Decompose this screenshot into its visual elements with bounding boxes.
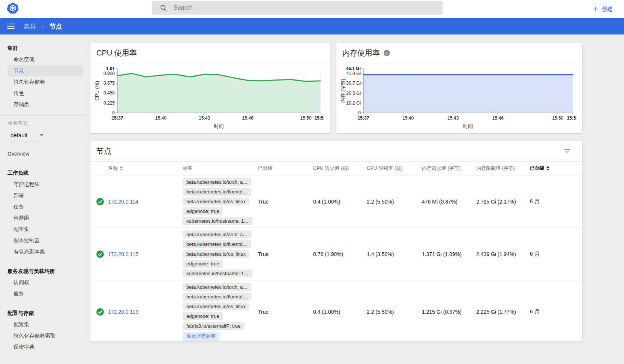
cpu-chart-plot: 00.2250.4500.6750.9001.0115:3715:4015:43… <box>93 64 324 132</box>
nodes-card-header: 节点 <box>90 141 582 161</box>
label-chip: beta.kubernetes.io/os: linux <box>183 303 249 310</box>
node-name-link[interactable]: 172.20.0.115 <box>108 251 183 257</box>
cpu-limits: 2.2 (5.50%) <box>367 199 422 205</box>
cpu-usage-card: CPU 使用率 00.2250.4500.6750.9001.0115:3715… <box>90 43 330 133</box>
search-input[interactable] <box>174 4 442 11</box>
column-header-7[interactable]: 已创建 <box>530 165 582 172</box>
node-age: 6 月 <box>530 251 582 258</box>
column-header-4[interactable]: CPU 限制值 (核) <box>367 165 422 172</box>
cpu-limits: 1.4 (3.50%) <box>367 251 422 257</box>
breadcrumb-current: 节点 <box>49 23 62 30</box>
svg-text:0.675: 0.675 <box>104 81 115 86</box>
kubernetes-logo-icon <box>7 2 19 14</box>
svg-text:15:43: 15:43 <box>199 115 210 121</box>
node-name-link[interactable]: 172.20.0.114 <box>108 199 183 205</box>
sidebar-item-9[interactable]: Overview <box>0 148 86 159</box>
label-chip: beta.kubernetes.io/arch: a… <box>183 231 251 238</box>
memory-usage-card: 内存使用率 i 010.2 Gi20.5 Gi30.7 Gi41.0 Gi46.… <box>336 43 582 133</box>
namespace-dropdown[interactable]: default <box>10 129 45 141</box>
sidebar-item-17[interactable]: 有状态副本集 <box>8 246 83 258</box>
sidebar-item-13[interactable]: 任务 <box>8 201 83 213</box>
label-chip: beta.kubernetes.io/fluentd… <box>183 188 251 196</box>
svg-text:15:46: 15:46 <box>242 115 254 121</box>
sidebar-item-15[interactable]: 副本集 <box>8 224 83 235</box>
column-header-3[interactable]: CPU 请求值 (核) <box>313 165 367 172</box>
namespace-selector-label: 命名空间 <box>0 119 86 128</box>
memory-card-title: 内存使用率 <box>342 48 380 58</box>
create-button[interactable]: + 创建 <box>593 0 613 18</box>
node-labels: beta.kubernetes.io/arch: a…beta.kubernet… <box>183 280 258 342</box>
menu-icon[interactable] <box>7 24 15 29</box>
svg-text:20.5 Gi: 20.5 Gi <box>346 91 361 96</box>
column-header-label: CPU 限制值 (核) <box>367 165 402 172</box>
status-ok-icon <box>96 198 104 205</box>
namespace-dropdown-value: default <box>10 132 27 138</box>
label-chip: edgenode: true <box>183 207 223 215</box>
sidebar-item-3[interactable]: 持久化存储卷 <box>8 76 83 88</box>
column-header-label: CPU 请求值 (核) <box>313 165 349 172</box>
label-chip: edgenode: true <box>183 312 223 320</box>
sidebar-section-header: 工作负载 <box>0 168 86 179</box>
chevron-down-icon <box>40 134 44 136</box>
sidebar-section-header: 服务发现与负载均衡 <box>0 266 86 277</box>
svg-text:15:50: 15:50 <box>300 115 312 121</box>
label-chip: beta.kubernetes.io/fluentd… <box>183 240 251 248</box>
sidebar-item-16[interactable]: 副本控制器 <box>8 235 83 246</box>
svg-text:46.1 Gi: 46.1 Gi <box>346 66 361 71</box>
node-age: 6 月 <box>530 309 582 315</box>
sidebar-item-4[interactable]: 角色 <box>8 88 83 99</box>
column-header-label: 标签 <box>183 165 192 172</box>
label-chip: kubernetes.io/hostname: 1… <box>183 270 252 277</box>
info-icon[interactable]: i <box>384 50 390 56</box>
node-labels: beta.kubernetes.io/arch: a…beta.kubernet… <box>183 228 258 280</box>
sidebar-item-24[interactable]: 保密字典 <box>8 342 83 353</box>
sidebar-item-1[interactable]: 命名空间 <box>8 54 83 65</box>
table-body: 172.20.0.114beta.kubernetes.io/arch: a…b… <box>90 175 582 342</box>
svg-text:15:51: 15:51 <box>315 115 324 121</box>
column-header-label: 名称 <box>108 165 118 172</box>
sidebar-item-14[interactable]: 容器组 <box>8 213 83 224</box>
sidebar-item-12[interactable]: 部署 <box>8 190 83 201</box>
search-bar <box>152 1 442 15</box>
breadcrumb-parent[interactable]: 集群 <box>24 23 36 30</box>
filter-icon[interactable] <box>564 148 570 154</box>
sidebar-section-header: 配置与存储 <box>0 308 86 319</box>
column-header-5[interactable]: 内存请求值 (字节) <box>422 165 476 172</box>
svg-text:0: 0 <box>112 110 115 115</box>
app-bar: 集群 › 节点 <box>0 18 624 34</box>
node-name-link[interactable]: 172.20.0.113 <box>108 309 183 315</box>
node-ready: True <box>258 309 313 315</box>
sidebar-item-11[interactable]: 守护进程集 <box>8 179 83 190</box>
svg-text:1.01: 1.01 <box>106 66 115 71</box>
label-chip: beta.kubernetes.io/os: linux <box>183 198 249 205</box>
sidebar-item-5[interactable]: 存储类 <box>8 99 83 110</box>
status-ok-icon <box>96 308 104 316</box>
label-chip: edgenode: true <box>183 260 223 268</box>
sidebar-item-2[interactable]: 节点 <box>8 65 83 76</box>
column-header-6[interactable]: 内存限制值 (字节) <box>476 165 530 172</box>
table-header-row: 名称标签已就绪CPU 请求值 (核)CPU 限制值 (核)内存请求值 (字节)内… <box>90 161 582 175</box>
sidebar-section-header: 集群 <box>0 43 86 54</box>
column-header-2[interactable]: 已就绪 <box>258 165 313 172</box>
svg-text:0.450: 0.450 <box>104 90 115 96</box>
search-icon <box>160 4 167 11</box>
sidebar-item-22[interactable]: 配置集 <box>8 319 83 330</box>
show-all-labels-link[interactable]: 显示所有标签 <box>183 332 219 341</box>
node-labels: beta.kubernetes.io/arch: a…beta.kubernet… <box>183 175 258 228</box>
svg-text:15:51: 15:51 <box>567 115 576 121</box>
column-header-1[interactable]: 标签 <box>183 165 258 172</box>
memory-limits: 2.725 Gi (2.17%) <box>476 199 530 205</box>
svg-text:30.7 Gi: 30.7 Gi <box>346 81 361 86</box>
svg-text:15:43: 15:43 <box>447 115 459 121</box>
label-chip: fabric8.io/externalIP: true <box>183 322 244 330</box>
cpu-card-header: CPU 使用率 <box>90 43 330 63</box>
memory-requests: 476 Mi (0.37%) <box>422 199 476 205</box>
sidebar-item-20[interactable]: 服务 <box>8 288 83 300</box>
sidebar-item-23[interactable]: 持久化存储卷索取 <box>8 330 83 342</box>
chevron-right-icon: › <box>42 23 44 30</box>
nodes-card-title: 节点 <box>96 146 111 156</box>
sidebar-item-19[interactable]: 访问权 <box>8 277 83 288</box>
top-bar: + 创建 <box>0 0 624 18</box>
column-header-0[interactable]: 名称 <box>108 165 183 172</box>
svg-text:15:50: 15:50 <box>552 115 563 121</box>
